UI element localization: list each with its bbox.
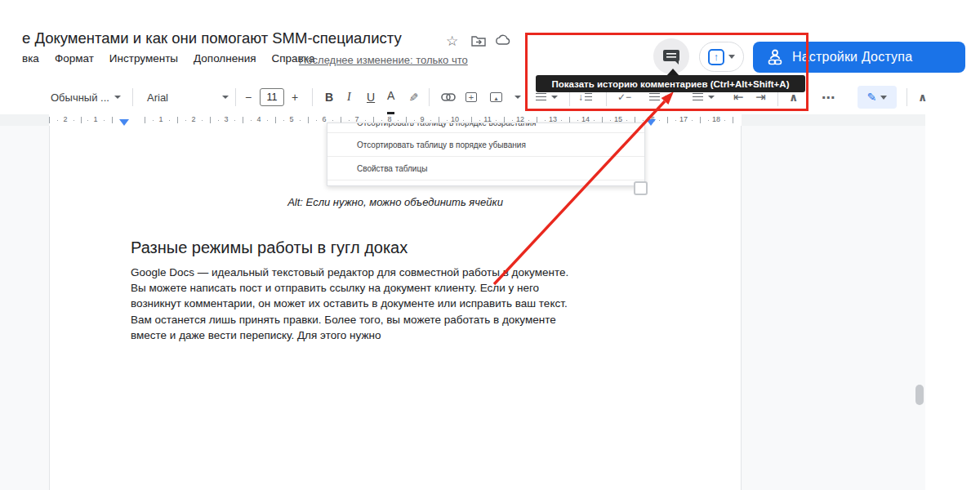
format-toolbar: Обычный ... Arial − 11 + B I U A ✎ + ▴ <box>0 80 980 114</box>
insert-image-button[interactable]: ▴ <box>490 80 502 114</box>
image-icon: ▴ <box>490 92 502 102</box>
right-margin-strip <box>925 114 980 490</box>
person-link-icon <box>766 48 784 66</box>
cloud-status-icon <box>494 34 514 47</box>
link-icon <box>441 93 456 101</box>
bold-button[interactable]: B <box>325 80 333 114</box>
document-title[interactable]: е Документами и как они помогают SMM-спе… <box>22 29 402 47</box>
chevron-down-icon <box>222 96 229 99</box>
more-options-button[interactable]: ⋯ <box>822 80 835 114</box>
last-edit-link[interactable]: Последнее изменение: только что <box>299 54 468 66</box>
ruler-number: 1 <box>93 115 97 123</box>
pencil-icon: ✎ <box>867 91 877 104</box>
editing-mode-dropdown[interactable]: ✎ <box>858 86 897 109</box>
hide-menus-button[interactable]: ∧ <box>918 80 927 114</box>
ruler-number: 1 <box>158 115 163 123</box>
image-alt-caption: Alt: Если нужно, можно объединить ячейки <box>49 196 742 208</box>
menu-item-Инструменты[interactable]: Инструменты <box>109 52 178 65</box>
insert-link-button[interactable] <box>441 80 456 114</box>
ruler-number: 2 <box>63 115 67 123</box>
comment-plus-icon: + <box>466 92 477 102</box>
star-icon[interactable]: ☆ <box>446 33 458 50</box>
italic-button[interactable]: I <box>347 80 351 114</box>
ruler-number: 18 <box>712 115 720 123</box>
share-settings-button[interactable]: Настройки Доступа <box>753 42 965 73</box>
share-settings-label: Настройки Доступа <box>792 50 912 65</box>
chevron-down-icon <box>708 96 715 99</box>
document-paragraph: Google Docs — идеальный текстовый редакт… <box>131 265 719 343</box>
spacing-lines-icon <box>585 93 592 101</box>
add-comment-button[interactable]: + <box>466 80 477 114</box>
align-lines-icon <box>536 93 546 101</box>
context-menu-item[interactable]: Свойства таблицы <box>327 157 644 180</box>
document-heading: Разные режимы работы в гугл доках <box>131 238 408 257</box>
image-dropdown-caret[interactable] <box>510 80 521 114</box>
font-size-decrease-button[interactable]: − <box>245 80 252 114</box>
paragraph-style-dropdown[interactable]: Обычный ... <box>51 80 121 114</box>
font-size-increase-button[interactable]: + <box>292 80 298 114</box>
ruler-number: 5 <box>289 115 293 123</box>
comment-history-tooltip: Показать историю комментариев (Ctrl+Alt+… <box>536 75 805 92</box>
numbered-list-icon <box>693 93 703 101</box>
context-menu-item[interactable]: Отсортировать таблицу в порядке убывания <box>327 133 644 157</box>
chevron-down-icon <box>114 96 121 99</box>
chevron-down-icon <box>551 96 558 99</box>
google-docs-window: е Документами и как они помогают SMM-спе… <box>0 0 980 490</box>
right-indent-marker[interactable] <box>646 119 656 126</box>
context-menu-clipped-item[interactable]: Отсортировать таблицу в порядке возраста… <box>327 123 644 133</box>
highlight-color-button[interactable]: ✎ <box>396 92 430 102</box>
chevron-down-icon <box>665 96 671 99</box>
font-size-value[interactable]: 11 <box>260 80 284 114</box>
floating-square-widget <box>634 181 648 195</box>
menu-bar: вкаФорматИнструментыДополненияСправка <box>22 52 331 69</box>
left-indent-marker[interactable] <box>119 119 129 126</box>
ruler-number: 3 <box>224 115 228 123</box>
move-folder-icon[interactable] <box>471 34 486 47</box>
ruler-number: 6 <box>322 115 326 123</box>
ruler-number: 17 <box>679 115 688 123</box>
menu-item-Формат[interactable]: Формат <box>55 52 94 65</box>
font-dropdown[interactable]: Arial <box>147 80 229 114</box>
text-color-button[interactable]: A <box>387 80 394 114</box>
menu-item-Дополнения[interactable]: Дополнения <box>194 52 256 65</box>
present-icon: ↑ <box>708 49 724 65</box>
vertical-scrollbar-thumb[interactable] <box>915 385 924 405</box>
bulleted-list-icon <box>649 93 660 101</box>
chevron-down-icon <box>880 96 887 100</box>
present-button[interactable]: ↑ <box>699 42 744 72</box>
table-context-menu: Отсортировать таблицу в порядке возраста… <box>327 122 645 186</box>
present-dropdown-caret-icon[interactable] <box>728 55 735 59</box>
underline-button[interactable]: U <box>367 80 375 114</box>
menu-item-вка[interactable]: вка <box>22 52 39 65</box>
ruler-number: 4 <box>256 115 261 123</box>
ruler-number: 2 <box>191 115 195 123</box>
comment-bubble-icon <box>662 47 681 65</box>
chevron-down-icon <box>514 96 521 99</box>
